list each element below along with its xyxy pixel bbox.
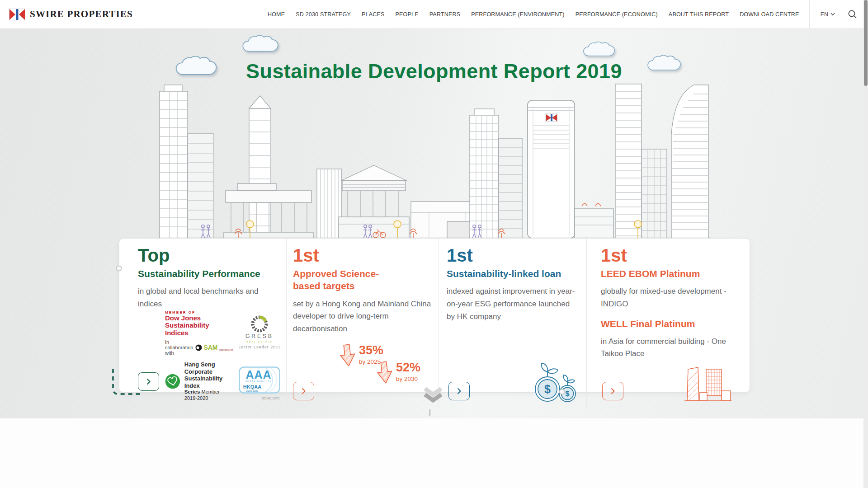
nav-item-home[interactable]: HOME <box>268 11 285 18</box>
towers-icon <box>683 365 733 404</box>
hangseng-line1: Hang Seng Corporate <box>184 361 233 375</box>
scroll-down-indicator[interactable] <box>423 387 443 403</box>
award-logos: MEMBER OF Dow Jones Sustainability Indic… <box>138 310 282 402</box>
hang-seng-sustainability-index-logo: Hang Seng Corporate Sustainability Index… <box>165 361 233 402</box>
stat-value: 35% <box>359 344 383 357</box>
stat-label: by 2030 <box>396 375 420 382</box>
timeline-tick <box>429 409 430 416</box>
main-nav: HOME SD 2030 STRATEGY PLACES PEOPLE PART… <box>262 0 868 29</box>
highlight-card-leed-well-platinum: 1st LEED EBOM Platinum globally for mixe… <box>586 239 750 408</box>
card-body: in global and local benchmarks and indic… <box>138 285 282 310</box>
gresb-sub: REAL ESTATE <box>246 340 273 343</box>
growing-coins-icon: $ $ <box>528 360 579 404</box>
reduction-stat-2030: 52% by 2030 <box>376 361 420 384</box>
nav-divider <box>809 0 810 29</box>
chevron-right-icon <box>457 388 461 394</box>
card-headline: Top <box>138 246 282 265</box>
card-body: indexed against improvement in year-on-y… <box>447 285 582 323</box>
chevron-right-icon <box>302 388 306 394</box>
robecosam-logo: SAM RobecoSAM <box>195 344 233 351</box>
timeline-dot <box>116 266 122 272</box>
page: SWIRE PROPERTIES HOME SD 2030 STRATEGY P… <box>0 0 868 488</box>
highlights-panel: Top Sustainability Performance in global… <box>119 238 750 393</box>
chevron-right-icon <box>611 388 615 394</box>
city-skyline-illustration <box>158 80 711 239</box>
nav-item-about-this-report[interactable]: ABOUT THIS REPORT <box>669 11 729 18</box>
card2-more-button[interactable] <box>293 382 314 400</box>
card-headline: 1st <box>601 246 745 265</box>
djsi-collab-text: In collaboration with <box>165 339 193 356</box>
card-body: globally for mixed-use development - IND… <box>601 285 745 310</box>
nav-item-download-centre[interactable]: DOWNLOAD CENTRE <box>740 11 799 18</box>
nav-item-people[interactable]: PEOPLE <box>396 11 419 18</box>
nav-item-partners[interactable]: PARTNERS <box>429 11 461 18</box>
highlight-card-sustainability-linked-loan: 1st Sustainability-linked loan indexed a… <box>439 239 586 408</box>
scrollbar-thumb[interactable] <box>864 0 868 86</box>
card4-more-button[interactable] <box>602 382 623 400</box>
card-subheadline: Sustainability Performance <box>138 267 282 280</box>
gresb-tag: Sector Leader 2019 <box>239 345 280 349</box>
aaa-big: AAA <box>246 368 272 381</box>
timeline-dot <box>559 389 565 395</box>
nav-item-performance-environment[interactable]: PERFORMANCE (ENVIRONMENT) <box>471 11 564 18</box>
language-selector[interactable]: EN <box>812 11 843 18</box>
svg-text:$: $ <box>566 390 570 398</box>
hero-section: Sustainable Development Report 2019 <box>0 29 868 418</box>
hangseng-series: Series <box>184 389 200 394</box>
brand-logo[interactable]: SWIRE PROPERTIES <box>0 9 133 20</box>
nav-item-performance-economic[interactable]: PERFORMANCE (ECONOMIC) <box>576 11 658 18</box>
card-headline: 1st <box>293 246 434 265</box>
scrollbar[interactable] <box>863 0 868 488</box>
card-headline: 1st <box>447 246 582 265</box>
stat-value: 52% <box>396 361 420 374</box>
card3-more-button[interactable] <box>448 382 470 400</box>
robecosam-wordmark: RobecoSAM <box>219 348 233 351</box>
search-icon <box>848 9 857 19</box>
down-arrow-icon <box>338 343 357 368</box>
down-arrow-icon <box>375 361 394 385</box>
card-subheadline: Sustainability-linked loan <box>447 267 582 280</box>
aaa-cert-number: SCHK:1972 <box>262 396 280 400</box>
djsi-line1: Dow Jones <box>165 314 233 322</box>
gresb-sector-leader-logo: GRESB REAL ESTATE Sector Leader 2019 <box>239 315 280 351</box>
highlight-card-science-based-targets: 1st Approved Science-based targets set b… <box>286 239 439 408</box>
hkqaa-aaa-logo: AAA SUSTAINABILITY HKQAA 2019-2020 SCHK:… <box>239 366 280 396</box>
cloud-icon <box>582 42 616 57</box>
sam-wordmark: SAM <box>203 344 217 351</box>
hangseng-line2: Sustainability Index <box>184 375 233 389</box>
hang-seng-heart-icon <box>165 372 180 391</box>
aaa-sub: SUSTAINABILITY <box>245 380 272 383</box>
top-navigation-bar: SWIRE PROPERTIES HOME SD 2030 STRATEGY P… <box>0 0 868 29</box>
card-body-2: in Asia for commercial building - One Ta… <box>601 335 745 360</box>
card-subheadline-2: WELL Final Platinum <box>601 318 745 330</box>
language-label: EN <box>821 11 828 18</box>
dashed-timeline-path <box>109 369 142 399</box>
chevron-right-icon <box>146 378 151 385</box>
highlight-card-sustainability-performance: Top Sustainability Performance in global… <box>119 239 286 408</box>
robecosam-circle-icon <box>195 344 202 351</box>
aaa-org: HKQAA <box>243 384 261 389</box>
gresb-name: GRESB <box>245 333 274 339</box>
nav-item-sd-2030-strategy[interactable]: SD 2030 STRATEGY <box>296 11 351 18</box>
card-subheadline: Approved Science-based targets <box>293 267 434 292</box>
card-subheadline: LEED EBOM Platinum <box>601 267 745 280</box>
dow-jones-sustainability-indices-logo: MEMBER OF Dow Jones Sustainability Indic… <box>165 310 233 356</box>
swire-flag-icon <box>9 9 25 20</box>
svg-text:$: $ <box>544 383 551 395</box>
aaa-years: 2019-2020 <box>246 389 258 392</box>
page-title: Sustainable Development Report 2019 <box>0 60 868 83</box>
cloud-icon <box>241 35 279 53</box>
card-body: set by a Hong Kong and Mainland China de… <box>293 298 434 335</box>
brand-name: SWIRE PROPERTIES <box>30 9 133 20</box>
djsi-line2: Sustainability Indices <box>165 322 233 337</box>
hkqaa-aaa-badge-icon: AAA SUSTAINABILITY HKQAA 2019-2020 <box>239 366 280 394</box>
chevron-down-icon <box>830 13 835 16</box>
nav-item-places[interactable]: PLACES <box>362 11 385 18</box>
